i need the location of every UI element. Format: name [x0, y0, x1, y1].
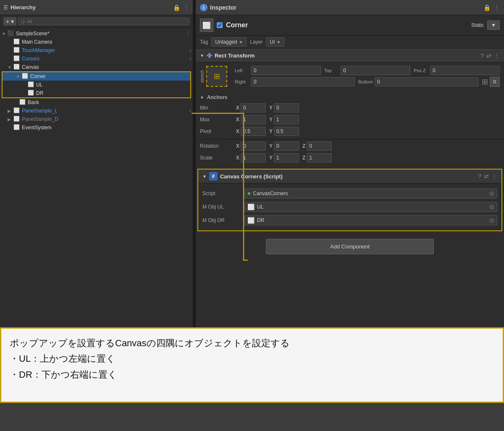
cube-icon-touchmanager: ⬜ [13, 47, 20, 54]
tree-arrow-corner: ▼ [16, 74, 22, 79]
tree-item-cursors[interactable]: ⬜ Cursors › [0, 55, 193, 63]
anchors-max-label: Max [200, 117, 234, 123]
scale-y-input[interactable] [274, 153, 299, 162]
rotation-y-input[interactable] [274, 141, 299, 151]
tag-dropdown[interactable]: Untagged ▼ [211, 37, 247, 47]
arrow-right-touchmanager: › [189, 47, 191, 53]
script-settings-icon[interactable]: ⇄ [484, 173, 489, 180]
tree-label-dr: DR [36, 90, 43, 96]
hierarchy-menu-icon[interactable]: ⋮ [184, 4, 189, 11]
inspector-header: i Inspector 🔒 ⋮ [196, 0, 504, 15]
scale-x-input[interactable] [241, 153, 266, 162]
script-section-header: ▼ # Canvas Corners (Script) ? ⇄ ⋮ [198, 170, 501, 183]
anchors-header: ▼ Anchors [200, 93, 500, 102]
pivot-y-input[interactable] [274, 127, 299, 136]
tree-item-ul[interactable]: ⬜ UL [3, 81, 190, 89]
pivot-x-item: X [236, 127, 266, 136]
rotation-y-item: Y [269, 141, 299, 151]
rotation-x-input[interactable] [241, 141, 266, 151]
rt-right-input[interactable] [251, 77, 355, 86]
hierarchy-search-input[interactable] [18, 18, 189, 25]
rt-top-group: Top [324, 66, 410, 75]
rect-transform-content: stretch ⊞ Left Top [196, 63, 504, 92]
inspector-lock-icon[interactable]: 🔒 [483, 4, 491, 11]
tree-label-samplescene: SampleScene* [16, 31, 49, 37]
scale-z-input[interactable] [307, 153, 332, 162]
mobj-ul-obj-icon: ⬜ [247, 204, 255, 210]
anchors-arrow: ▼ [200, 95, 204, 100]
rt-r-group: ⊞ R [482, 77, 500, 87]
script-prop-label: Script [202, 191, 244, 196]
rt-posz-group: Pos Z [414, 66, 500, 75]
tree-item-corner[interactable]: ▼ ⬜ Corner [3, 72, 190, 81]
mobj-dr-target-button[interactable]: ⊙ [489, 217, 494, 224]
rt-main-row: stretch ⊞ Left Top [200, 66, 500, 87]
rotation-x-item: X [236, 141, 266, 151]
inspector-menu-icon[interactable]: ⋮ [494, 4, 500, 11]
rt-top-label: Top [324, 68, 339, 73]
tree-item-panelsample-l[interactable]: ▶ ⬜ PanelSample_L › [0, 107, 193, 115]
rect-transform-help-icon[interactable]: ? [480, 52, 484, 59]
script-content: Script ■ CanvasCorners ⊙ M Obj UL ⬜ UL ⊙ [198, 183, 501, 230]
scene-dots[interactable]: ⋮ [185, 30, 191, 37]
rt-top-input[interactable] [341, 66, 410, 75]
tree-item-touchmanager[interactable]: ⬜ TouchManager › [0, 46, 193, 55]
anchors-max-x-input[interactable] [241, 115, 266, 124]
annotation-line1: ポップアップを設置するCanvasの四隅にオブジェクトを設定する [10, 335, 494, 351]
pivot-label: Pivot [200, 128, 234, 134]
rect-transform-settings-icon[interactable]: ⇄ [486, 52, 491, 59]
tag-label: Tag [200, 39, 208, 45]
layer-dropdown-arrow: ▼ [276, 40, 281, 44]
tree-item-eventsystem[interactable]: ⬜ EventSystem [0, 123, 193, 132]
scale-xyz: X Y Z [236, 153, 500, 162]
add-button[interactable]: + ▾ [3, 17, 16, 26]
tree-item-panelsample-d[interactable]: ▶ ⬜ PanelSample_D [0, 115, 193, 123]
rt-left-group: Left [235, 66, 321, 75]
script-file-value: ■ CanvasCorners ⊙ [244, 188, 497, 199]
anchors-min-xy: X Y [236, 103, 500, 112]
static-dropdown-button[interactable]: ▼ [487, 21, 500, 30]
anchors-min-label: Min [200, 105, 234, 111]
rt-fields-col: Left Top Pos Z [235, 66, 500, 87]
scale-y-item: Y [269, 153, 299, 162]
hierarchy-panel: ☰ Hierarchy 🔒 ⋮ + ▾ ▼ ⬛ SampleScene* ⋮ [0, 0, 193, 327]
tree-item-dr[interactable]: ⬜ DR [3, 89, 190, 97]
rect-transform-menu-icon[interactable]: ⋮ [494, 52, 500, 59]
hierarchy-lock-icon[interactable]: 🔒 [173, 4, 180, 11]
tree-item-back[interactable]: ⬜ Back [0, 98, 193, 107]
object-active-checkbox[interactable] [217, 22, 223, 28]
add-component-row: Add Component [196, 234, 504, 259]
layer-dropdown[interactable]: UI ▼ [266, 37, 284, 47]
script-arrow[interactable]: ▼ [202, 174, 207, 179]
anchors-min-x-input[interactable] [241, 103, 266, 112]
anchors-max-xy: X Y [236, 115, 500, 124]
cube-icon-back: ⬜ [19, 99, 26, 106]
stretch-box[interactable]: ⊞ [206, 66, 227, 87]
rect-transform-arrow[interactable]: ▼ [200, 53, 204, 58]
anchors-title: Anchors [207, 94, 228, 100]
tree-item-maincamera[interactable]: ⬜ Main Camera [0, 38, 193, 46]
script-menu-icon[interactable]: ⋮ [491, 173, 497, 180]
rotation-scale-section: Rotation X Y Z [196, 139, 504, 166]
object-header: ⬜ Corner Static ▼ [196, 15, 504, 36]
anchors-min-y-input[interactable] [274, 103, 299, 112]
rt-bottom-input[interactable] [375, 77, 478, 86]
tree-label-ul: UL [36, 82, 42, 88]
rt-r-button[interactable]: R [490, 77, 500, 87]
rt-posz-input[interactable] [430, 66, 500, 75]
anchors-max-y-input[interactable] [274, 115, 299, 124]
rotation-z-input[interactable] [307, 141, 332, 151]
arrow-right-cursors: › [189, 56, 191, 62]
script-target-button[interactable]: ⊙ [489, 190, 494, 197]
mobj-ul-label: M Obj UL [202, 204, 244, 210]
tree-arrow-panelsample-l: ▶ [8, 109, 13, 113]
pivot-x-input[interactable] [241, 127, 266, 136]
tree-item-canvas[interactable]: ▼ ⬜ Canvas [0, 63, 193, 71]
add-component-button[interactable]: Add Component [266, 239, 434, 254]
rt-left-input[interactable] [251, 66, 321, 75]
tree-item-samplescene[interactable]: ▼ ⬛ SampleScene* ⋮ [0, 29, 193, 38]
script-help-icon[interactable]: ? [478, 173, 481, 180]
mobj-ul-target-button[interactable]: ⊙ [489, 204, 494, 210]
mobj-ul-name: UL [257, 204, 263, 210]
hierarchy-header: ☰ Hierarchy 🔒 ⋮ [0, 0, 193, 15]
